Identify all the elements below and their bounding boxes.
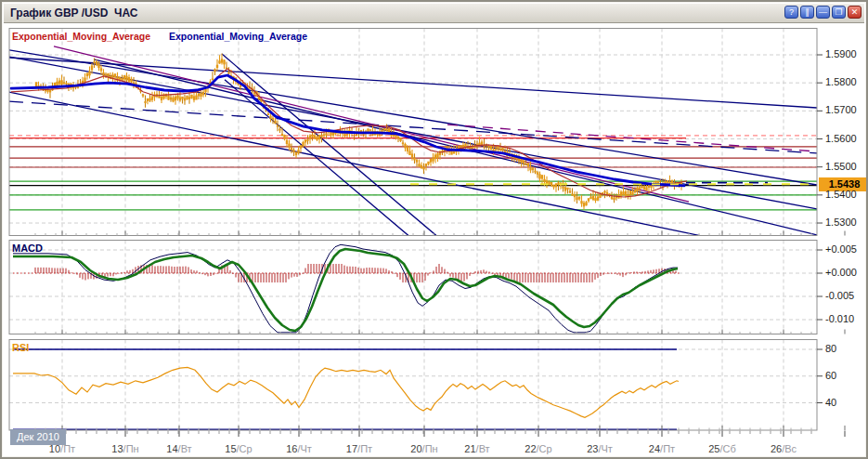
minimize-button[interactable]: — (816, 6, 830, 19)
close-button[interactable]: ✕ (848, 6, 862, 19)
chart-window: Exponential_Moving_Average Exponential_M… (0, 0, 868, 459)
chart-canvas[interactable] (2, 2, 868, 459)
window-title: График GBP /USD ЧАС (4, 7, 138, 20)
pin-button[interactable]: ∥ (800, 6, 814, 19)
titlebar[interactable]: График GBP /USD ЧАС ? ∥ — ❐ ✕ (4, 4, 864, 23)
help-button[interactable]: ? (784, 6, 798, 19)
window-buttons: ? ∥ — ❐ ✕ (784, 6, 862, 19)
maximize-button[interactable]: ❐ (832, 6, 846, 19)
